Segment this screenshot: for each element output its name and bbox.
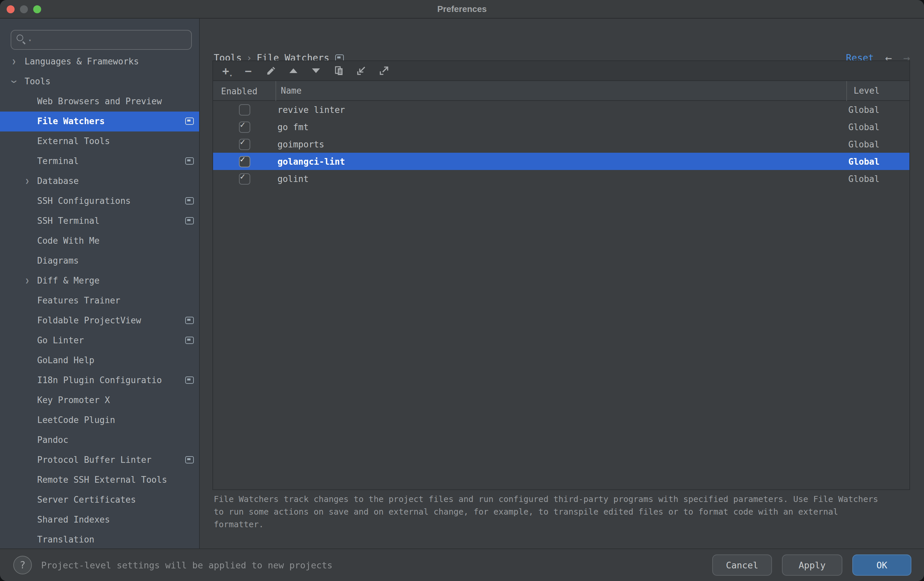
sidebar-item-label: LeetCode Plugin xyxy=(37,410,115,430)
sidebar-item-terminal[interactable]: Terminal xyxy=(0,152,200,171)
sidebar-item-key-promoter-x[interactable]: Key Promoter X xyxy=(0,390,200,410)
sidebar-item-goland-help[interactable]: GoLand Help xyxy=(0,351,200,370)
sidebar-item-label: Languages & Frameworks xyxy=(25,52,139,72)
sidebar-item-label: Pandoc xyxy=(37,430,68,450)
minus-glyph: − xyxy=(245,64,252,78)
preferences-window: Preferences ▾ ❯Languages & Frameworks❯To… xyxy=(0,0,924,581)
description-line: File Watchers track changes to the proje… xyxy=(214,493,878,505)
sidebar-item-server-certificates[interactable]: Server Certificates xyxy=(0,490,200,510)
sidebar-item-label: Key Promoter X xyxy=(37,390,110,410)
table-row-goimports[interactable]: goimportsGlobal xyxy=(213,135,909,153)
sidebar-item-translation[interactable]: Translation xyxy=(0,530,200,548)
sidebar-item-languages-frameworks[interactable]: ❯Languages & Frameworks xyxy=(0,52,200,72)
sidebar-item-i18n-plugin-configuratio[interactable]: I18n Plugin Configuratio xyxy=(0,370,200,390)
cancel-button[interactable]: Cancel xyxy=(712,555,772,576)
sidebar-item-file-watchers[interactable]: File Watchers xyxy=(0,112,200,132)
column-header-level[interactable]: Level xyxy=(846,81,909,101)
table-header: Enabled Name Level xyxy=(213,81,909,101)
watcher-enabled-checkbox[interactable] xyxy=(239,104,250,115)
enabled-cell xyxy=(213,156,276,167)
watcher-name: go fmt xyxy=(276,122,846,132)
settings-tree: ❯Languages & Frameworks❯ToolsWeb Browser… xyxy=(0,52,200,548)
sidebar-item-tools[interactable]: ❯Tools xyxy=(0,72,200,92)
sidebar-item-code-with-me[interactable]: Code With Me xyxy=(0,231,200,251)
up-triangle xyxy=(289,68,297,73)
sidebar-item-ssh-configurations[interactable]: SSH Configurations xyxy=(0,191,200,211)
traffic-lights xyxy=(7,5,41,13)
import-icon[interactable] xyxy=(354,63,368,79)
description-line: formatter. xyxy=(214,518,878,530)
sidebar-item-remote-ssh-external-tools[interactable]: Remote SSH External Tools xyxy=(0,470,200,490)
per-project-settings-icon xyxy=(185,217,194,224)
sidebar-item-shared-indexes[interactable]: Shared Indexes xyxy=(0,510,200,530)
ok-button[interactable]: OK xyxy=(852,555,911,576)
close-button[interactable] xyxy=(7,5,15,13)
sidebar-item-label: Features Trainer xyxy=(37,291,120,311)
column-header-enabled[interactable]: Enabled xyxy=(213,86,276,96)
sidebar-item-label: GoLand Help xyxy=(37,351,94,370)
sidebar-item-diff-merge[interactable]: ❯Diff & Merge xyxy=(0,271,200,291)
sidebar-item-label: Foldable ProjectView xyxy=(37,311,141,331)
watcher-name: golint xyxy=(276,173,846,183)
sidebar-item-label: Code With Me xyxy=(37,231,99,251)
watcher-level: Global xyxy=(846,105,909,114)
per-project-settings-icon xyxy=(185,317,194,324)
sidebar-item-label: Terminal xyxy=(37,152,79,171)
export-icon[interactable] xyxy=(376,63,391,79)
per-project-settings-icon xyxy=(185,376,194,384)
per-project-settings-icon xyxy=(185,197,194,205)
watcher-level: Global xyxy=(846,139,909,149)
apply-button[interactable]: Apply xyxy=(782,555,842,576)
help-icon[interactable]: ? xyxy=(13,556,32,574)
sidebar-item-external-tools[interactable]: External Tools xyxy=(0,132,200,152)
edit-icon[interactable] xyxy=(264,63,278,79)
watcher-enabled-checkbox[interactable] xyxy=(239,173,250,184)
status-message: Project-level settings will be applied t… xyxy=(41,549,333,581)
settings-sidebar: ▾ ❯Languages & Frameworks❯ToolsWeb Brows… xyxy=(0,18,200,548)
table-row-go-fmt[interactable]: go fmtGlobal xyxy=(213,118,909,135)
sidebar-item-pandoc[interactable]: Pandoc xyxy=(0,430,200,450)
search-input[interactable] xyxy=(41,31,188,48)
settings-content: Tools›File Watchers Reset ← → + ▾ − xyxy=(200,18,924,548)
chevron-right-icon[interactable]: ❯ xyxy=(25,171,29,191)
minimize-button[interactable] xyxy=(20,5,28,13)
per-project-settings-icon xyxy=(185,117,194,125)
sidebar-item-label: Server Certificates xyxy=(37,490,136,510)
table-row-golint[interactable]: golintGlobal xyxy=(213,170,909,187)
sidebar-item-label: Diff & Merge xyxy=(37,271,99,291)
watcher-enabled-checkbox[interactable] xyxy=(239,139,250,150)
file-watchers-table: + ▾ − xyxy=(213,60,910,490)
plus-glyph: + xyxy=(223,64,229,78)
sidebar-item-go-linter[interactable]: Go Linter xyxy=(0,331,200,351)
sidebar-item-label: File Watchers xyxy=(37,112,105,132)
chevron-down-icon[interactable]: ❯ xyxy=(4,80,24,84)
add-icon[interactable]: + ▾ xyxy=(218,63,233,79)
column-header-name[interactable]: Name xyxy=(276,81,846,101)
sidebar-item-web-browsers-and-preview[interactable]: Web Browsers and Preview xyxy=(0,92,200,112)
settings-search-box[interactable]: ▾ xyxy=(11,30,192,50)
duplicate-icon[interactable] xyxy=(331,63,346,79)
sidebar-item-leetcode-plugin[interactable]: LeetCode Plugin xyxy=(0,410,200,430)
table-row-golangci-lint[interactable]: golangci-lintGlobal xyxy=(213,153,909,170)
table-row-revive-linter[interactable]: revive linterGlobal xyxy=(213,101,909,118)
sidebar-item-label: Remote SSH External Tools xyxy=(37,470,167,490)
chevron-right-icon[interactable]: ❯ xyxy=(25,271,29,291)
sidebar-item-diagrams[interactable]: Diagrams xyxy=(0,251,200,271)
search-icon xyxy=(16,35,23,41)
watcher-enabled-checkbox[interactable] xyxy=(239,121,250,132)
remove-icon[interactable]: − xyxy=(241,63,256,79)
sidebar-item-protocol-buffer-linter[interactable]: Protocol Buffer Linter xyxy=(0,450,200,470)
search-options-caret-icon[interactable]: ▾ xyxy=(28,38,31,43)
zoom-button[interactable] xyxy=(33,5,41,13)
sidebar-item-database[interactable]: ❯Database xyxy=(0,171,200,191)
watcher-enabled-checkbox[interactable] xyxy=(239,156,250,167)
move-up-icon[interactable] xyxy=(286,63,301,79)
per-project-settings-icon xyxy=(185,456,194,464)
move-down-icon[interactable] xyxy=(309,63,323,79)
chevron-right-icon[interactable]: ❯ xyxy=(12,52,16,72)
sidebar-item-foldable-projectview[interactable]: Foldable ProjectView xyxy=(0,311,200,331)
sidebar-item-features-trainer[interactable]: Features Trainer xyxy=(0,291,200,311)
sidebar-item-ssh-terminal[interactable]: SSH Terminal xyxy=(0,211,200,231)
sidebar-item-label: Database xyxy=(37,171,79,191)
file-watchers-description: File Watchers track changes to the proje… xyxy=(214,493,878,530)
